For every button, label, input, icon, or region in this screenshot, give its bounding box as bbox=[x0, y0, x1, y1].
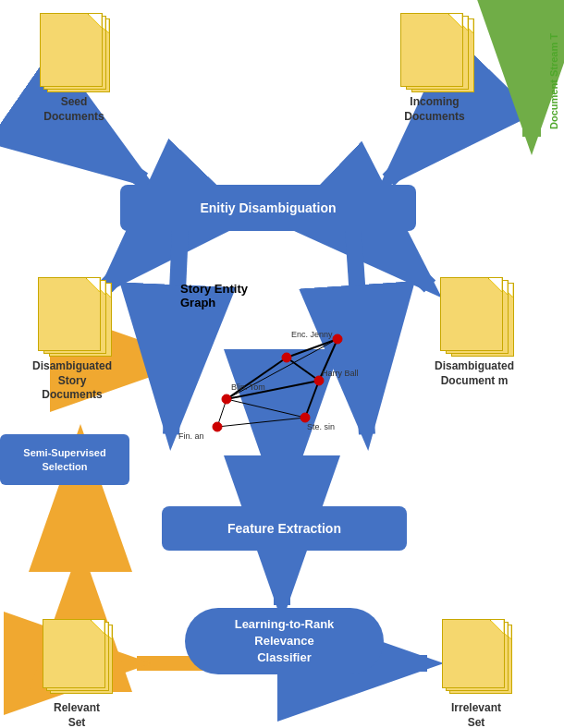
diagram: SeedDocuments IncomingDocuments Document… bbox=[0, 0, 564, 728]
feature-extraction-box: Feature Extraction bbox=[162, 506, 407, 551]
svg-point-33 bbox=[300, 413, 310, 422]
svg-line-27 bbox=[305, 381, 319, 418]
svg-text:Enc. Jenny: Enc. Jenny bbox=[291, 330, 333, 339]
seed-documents: SeedDocuments bbox=[28, 13, 120, 124]
stream-label: Document Stream T bbox=[548, 33, 559, 129]
svg-point-29 bbox=[222, 394, 231, 404]
entity-disambiguation-box: Enitiy Disambiguation bbox=[120, 185, 416, 231]
stream-label-container: Document Stream T bbox=[548, 14, 559, 148]
svg-text:Fin. an: Fin. an bbox=[178, 431, 204, 441]
irrelevant-set: IrrelevantSet bbox=[425, 619, 527, 728]
svg-point-34 bbox=[213, 422, 222, 431]
graph-label: Story EntityGraph bbox=[180, 282, 407, 309]
semi-supervised-box: Semi-SupervisedSelection bbox=[0, 434, 129, 485]
svg-point-31 bbox=[333, 334, 342, 344]
relevant-set: RelevantSet bbox=[26, 619, 128, 728]
svg-line-28 bbox=[217, 418, 305, 427]
incoming-documents: IncomingDocuments bbox=[384, 13, 485, 124]
svg-line-25 bbox=[287, 358, 319, 381]
story-entity-graph: Story EntityGraph Enc. Jenny Blin. Tom H… bbox=[176, 282, 407, 439]
graph-svg: Enc. Jenny Blin. Tom Harry Ball Ste. sin… bbox=[176, 311, 398, 441]
svg-text:Blin. Tom: Blin. Tom bbox=[231, 382, 265, 392]
disambiguated-story-docs: DisambiguatedStoryDocuments bbox=[17, 277, 128, 403]
learning-to-rank-box: Learning-to-RankRelevanceClassifier bbox=[185, 608, 384, 674]
svg-text:Harry Ball: Harry Ball bbox=[322, 369, 359, 378]
svg-line-22 bbox=[227, 399, 305, 418]
svg-point-30 bbox=[282, 353, 291, 362]
svg-text:Ste. sin: Ste. sin bbox=[307, 422, 335, 431]
disambiguated-doc-m: DisambiguatedDocument m bbox=[414, 277, 534, 388]
svg-line-6 bbox=[388, 137, 431, 180]
svg-line-5 bbox=[80, 137, 143, 180]
